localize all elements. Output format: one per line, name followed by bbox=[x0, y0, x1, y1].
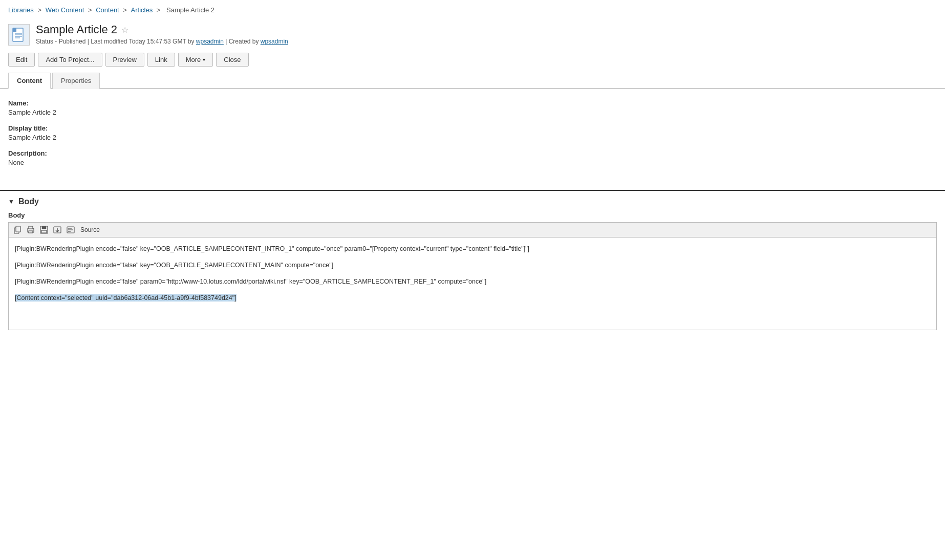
field-name: Name: Sample Article 2 bbox=[8, 99, 937, 116]
name-value: Sample Article 2 bbox=[8, 109, 937, 116]
svg-rect-1 bbox=[13, 28, 16, 32]
preview-button[interactable]: Preview bbox=[105, 53, 144, 67]
tab-properties[interactable]: Properties bbox=[52, 73, 100, 89]
editor-line-4: [Content context="selected" uuid="dab6a3… bbox=[15, 293, 930, 303]
edit-button[interactable]: Edit bbox=[8, 53, 35, 67]
editor-line-3: [Plugin:BWRenderingPlugin encode="false"… bbox=[15, 276, 930, 287]
body-section-title: Body bbox=[18, 197, 39, 206]
more-label: More bbox=[186, 56, 201, 63]
article-icon bbox=[8, 24, 30, 46]
display-title-label: Display title: bbox=[8, 124, 937, 132]
breadcrumb-content[interactable]: Content bbox=[96, 6, 119, 14]
editor-line-2: [Plugin:BWRenderingPlugin encode="false"… bbox=[15, 260, 930, 270]
breadcrumb-articles[interactable]: Articles bbox=[131, 6, 153, 14]
content-area: Name: Sample Article 2 Display title: Sa… bbox=[0, 89, 945, 185]
breadcrumb-sep-3: > bbox=[123, 6, 128, 14]
editor-tool-import[interactable] bbox=[52, 225, 63, 235]
source-button[interactable]: Source bbox=[80, 226, 100, 233]
page-title: Sample Article 2 ☆ bbox=[36, 23, 288, 36]
svg-rect-10 bbox=[29, 231, 33, 233]
breadcrumb-sep-2: > bbox=[88, 6, 94, 14]
more-dropdown-arrow: ▾ bbox=[203, 57, 205, 62]
field-description: Description: None bbox=[8, 149, 937, 166]
editor-line-1: [Plugin:BWRenderingPlugin encode="false"… bbox=[15, 244, 930, 254]
breadcrumb: Libraries > Web Content > Content > Arti… bbox=[0, 0, 945, 18]
editor-tool-print[interactable] bbox=[25, 225, 36, 235]
highlighted-content: [Content context="selected" uuid="dab6a3… bbox=[15, 294, 237, 301]
editor-tool-source[interactable] bbox=[65, 225, 76, 235]
editor-tool-copy[interactable] bbox=[12, 225, 23, 235]
svg-rect-9 bbox=[29, 226, 33, 229]
editor-toolbar: Source bbox=[9, 223, 936, 238]
collapse-arrow-icon[interactable]: ▼ bbox=[8, 198, 14, 205]
page-meta: Status - Published | Last modified Today… bbox=[36, 38, 288, 45]
tab-content[interactable]: Content bbox=[8, 73, 51, 89]
editor-container: Source [Plugin:BWRenderingPlugin encode=… bbox=[8, 222, 937, 330]
toolbar: Edit Add To Project... Preview Link More… bbox=[0, 48, 945, 72]
favorite-star[interactable]: ☆ bbox=[121, 25, 128, 35]
tabs-bar: Content Properties bbox=[0, 72, 945, 89]
breadcrumb-libraries[interactable]: Libraries bbox=[8, 6, 34, 14]
svg-rect-7 bbox=[16, 226, 20, 232]
page-title-block: Sample Article 2 ☆ Status - Published | … bbox=[36, 23, 288, 45]
breadcrumb-sep-1: > bbox=[37, 6, 43, 14]
breadcrumb-webcontent[interactable]: Web Content bbox=[46, 6, 84, 14]
body-section-header: ▼ Body bbox=[8, 197, 937, 206]
editor-tool-save[interactable] bbox=[38, 225, 50, 235]
description-value: None bbox=[8, 159, 937, 166]
breadcrumb-sep-4: > bbox=[157, 6, 162, 14]
name-label: Name: bbox=[8, 99, 937, 107]
link-button[interactable]: Link bbox=[147, 53, 175, 67]
page-header: Sample Article 2 ☆ Status - Published | … bbox=[0, 18, 945, 48]
close-button[interactable]: Close bbox=[216, 53, 248, 67]
author-link[interactable]: wpsadmin bbox=[196, 38, 224, 45]
created-by-text: | Created by bbox=[225, 38, 259, 45]
description-label: Description: bbox=[8, 149, 937, 157]
field-display-title: Display title: Sample Article 2 bbox=[8, 124, 937, 141]
body-section: ▼ Body Body Source bbox=[0, 191, 945, 336]
svg-rect-13 bbox=[41, 230, 47, 233]
status-text: Status - Published | Last modified Today… bbox=[36, 38, 195, 45]
add-to-project-button[interactable]: Add To Project... bbox=[38, 53, 102, 67]
editor-content[interactable]: [Plugin:BWRenderingPlugin encode="false"… bbox=[9, 238, 936, 330]
more-button[interactable]: More ▾ bbox=[178, 53, 213, 67]
creator-link[interactable]: wpsadmin bbox=[261, 38, 288, 45]
body-field-label: Body bbox=[8, 211, 937, 219]
breadcrumb-current: Sample Article 2 bbox=[166, 6, 214, 14]
display-title-value: Sample Article 2 bbox=[8, 134, 937, 141]
svg-rect-12 bbox=[42, 226, 46, 229]
